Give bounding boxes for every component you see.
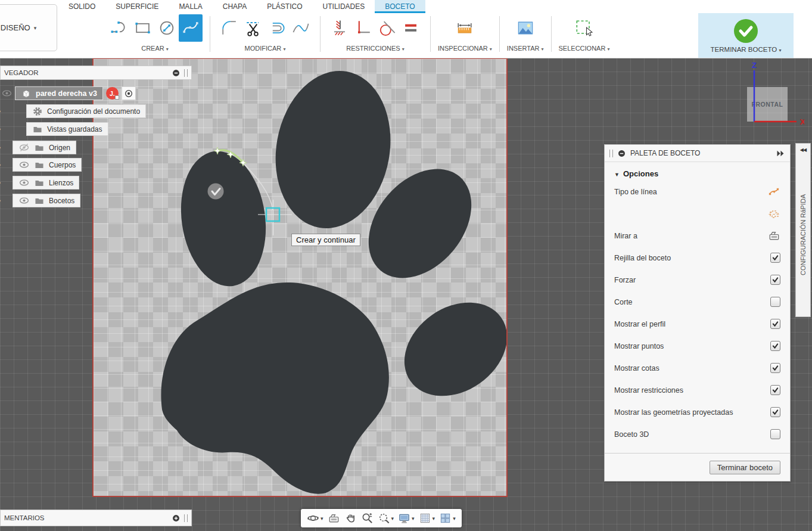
group-label-restricciones[interactable]: RESTRICCIONES ▾ (346, 45, 405, 52)
checkbox-unchecked-corte[interactable] (770, 297, 780, 307)
group-label-inspeccionar[interactable]: INSPECCIONAR ▾ (438, 45, 492, 52)
eye-icon[interactable] (18, 177, 30, 188)
chevron-down-icon[interactable]: ▾ (433, 516, 435, 521)
checkbox-checked-mostrar-las-geometrias-proyectadas[interactable] (770, 407, 780, 417)
tab-superficie[interactable]: SUPERFICIE (105, 0, 169, 13)
target-icon[interactable] (123, 88, 134, 99)
fix-constraint-icon[interactable] (328, 14, 351, 42)
expand-plus-circle-icon[interactable] (172, 514, 181, 523)
eye-off-icon[interactable] (18, 142, 30, 153)
group-label-crear[interactable]: CREAR ▾ (141, 45, 169, 52)
insert-image-icon[interactable] (514, 14, 537, 42)
eye-icon[interactable] (1, 88, 13, 99)
navigator-header[interactable]: VEGADOR (0, 66, 192, 80)
expander-chevron-icon[interactable]: › (0, 179, 5, 186)
checkbox-checked-mostrar-puntos[interactable] (770, 341, 780, 351)
fillet-tool-icon[interactable] (217, 14, 241, 42)
group-label-seleccionar[interactable]: SELECCIONAR ▾ (559, 45, 610, 52)
tree-node-label: Cuerpos (49, 161, 76, 169)
finish-sketch-button[interactable]: TERMINAR BOCETO ▾ (698, 13, 794, 58)
document-chip[interactable]: pared derecha v3 (15, 86, 103, 100)
tangent-constraint-icon[interactable] (375, 14, 399, 42)
checkbox-checked-mostrar-cotas[interactable] (770, 363, 780, 373)
circle-tool-icon[interactable] (155, 14, 179, 42)
folder-icon (34, 195, 45, 206)
perpendicular-constraint-icon[interactable] (351, 14, 375, 42)
tree-node-chip-configuracion-del-documento[interactable]: Configuración del documento (26, 104, 146, 118)
checkbox-checked-mostrar-restricciones[interactable] (770, 385, 780, 395)
tree-node-chip-lienzos[interactable]: Lienzos (13, 176, 79, 190)
expander-chevron-icon[interactable]: › (0, 162, 5, 168)
checkbox-checked-rejilla-del-boceto[interactable] (770, 253, 780, 263)
tree-node-chip-origen[interactable]: Origen (13, 141, 76, 154)
collaborator-avatar-badge[interactable]: J. (106, 87, 119, 100)
grid-settings-button[interactable]: ▾ (418, 511, 436, 525)
collapse-circle-icon[interactable] (172, 69, 181, 77)
tab-chapa[interactable]: CHAPA (213, 0, 257, 13)
zoom-button[interactable] (360, 511, 374, 525)
options-section-header[interactable]: ▼Opciones (605, 162, 790, 181)
tree-node-chip-vistas-guardadas[interactable]: Vistas guardadas (26, 122, 108, 136)
grid-settings-icon (419, 512, 431, 524)
design-menu-label: DISEÑO (1, 23, 30, 32)
tab-malla[interactable]: MALLA (169, 0, 212, 13)
tab-solido[interactable]: SOLIDO (58, 0, 105, 13)
activate-component-control[interactable] (122, 86, 136, 100)
drag-grip-icon[interactable] (609, 150, 613, 157)
palette-option-tipo-de-linea: Tipo de línea (605, 181, 790, 203)
tab-boceto[interactable]: BOCETO (375, 0, 425, 13)
tree-node-chip-bocetos[interactable]: Bocetos (13, 194, 80, 207)
viewcube[interactable]: FRONTAL Z X (739, 60, 804, 131)
eye-icon[interactable] (18, 195, 30, 206)
tree-node-chip-cuerpos[interactable]: Cuerpos (13, 158, 82, 172)
palette-option-corte: Corte (605, 291, 790, 313)
expander-chevron-icon[interactable]: › (0, 144, 5, 151)
comments-panel-header[interactable]: MENTARIOS (0, 510, 192, 526)
design-menu-button[interactable]: DISEÑO ▾ (0, 4, 57, 51)
palette-header[interactable]: PALETA DE BOCETO (605, 145, 790, 162)
drag-grip-icon[interactable] (184, 514, 188, 522)
zoom-window-button[interactable]: ▾ (377, 511, 395, 525)
chevron-down-icon[interactable]: ▾ (391, 516, 394, 521)
viewcube-face-label[interactable]: FRONTAL (752, 101, 783, 108)
spline-type-icon[interactable] (767, 185, 780, 198)
orbit-button[interactable]: ▾ (306, 511, 324, 525)
palette-option-label: Mostrar restricciones (614, 386, 770, 395)
chevron-down-icon: ▾ (779, 48, 781, 53)
chevron-down-icon[interactable]: ▾ (321, 516, 323, 521)
cube-icon (21, 88, 32, 99)
finish-sketch-palette-button[interactable]: Terminar boceto (710, 461, 780, 474)
expander-chevron-icon[interactable]: › (0, 197, 5, 204)
expander-chevron-icon[interactable]: › (0, 108, 5, 114)
group-label-insertar[interactable]: INSERTAR ▾ (507, 45, 544, 52)
construction-type-icon[interactable] (767, 207, 780, 221)
offset-tool-icon[interactable] (265, 14, 289, 42)
checkbox-unchecked-boceto-3d[interactable] (770, 429, 780, 439)
look-at-button[interactable] (327, 511, 341, 525)
measure-tool-icon[interactable] (453, 14, 477, 42)
pan-button[interactable] (344, 511, 357, 525)
arc-tool-icon[interactable] (107, 14, 131, 42)
eye-icon[interactable] (18, 159, 30, 170)
rectangle-tool-icon[interactable] (131, 14, 155, 42)
chevron-down-icon[interactable]: ▾ (412, 516, 415, 521)
viewports-button[interactable]: ▾ (438, 511, 456, 525)
select-tool-icon[interactable] (572, 14, 596, 42)
trim-tool-icon[interactable] (241, 14, 265, 42)
chevron-down-icon[interactable]: ▾ (453, 516, 456, 521)
collapse-circle-icon[interactable] (617, 149, 626, 158)
group-label-modificar[interactable]: MODIFICAR ▾ (245, 45, 286, 52)
curve-tool-icon[interactable] (289, 14, 313, 42)
look-at-icon[interactable] (768, 229, 780, 242)
dock-right-icon[interactable] (776, 150, 785, 157)
display-settings-button[interactable]: ▾ (397, 511, 415, 525)
tab-utilidades[interactable]: UTILIDADES (313, 0, 375, 13)
quick-settings-tab[interactable]: ◀◀ CONFIGURACIÓN RáPIDA (795, 143, 811, 317)
checkbox-checked-forzar[interactable] (770, 275, 780, 285)
equal-constraint-icon[interactable] (399, 14, 423, 42)
checkbox-checked-mostrar-el-perfil[interactable] (770, 319, 780, 329)
tab-plastico[interactable]: PLÁSTICO (257, 0, 312, 13)
spline-tool-icon[interactable] (179, 14, 203, 42)
expander-chevron-icon[interactable]: › (0, 126, 5, 132)
drag-grip-icon[interactable] (184, 69, 188, 77)
